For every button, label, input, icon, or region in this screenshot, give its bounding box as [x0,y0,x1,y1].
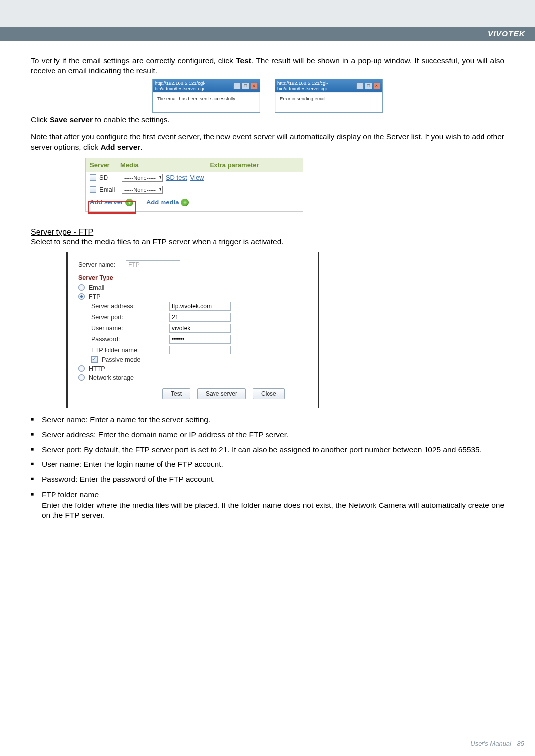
servername-row: Server name: [78,260,308,269]
email-radio-row: Email [78,284,308,291]
note-paragraph: Note that after you configure the first … [31,132,504,151]
intro-paragraph: To verify if the email settings are corr… [31,56,504,76]
plus-icon: + [181,199,189,206]
email-checkbox[interactable] [90,186,96,193]
sd-checkbox[interactable] [90,174,96,181]
http-radio-label: HTTP [89,365,105,372]
th-extra: Extra parameter [170,161,299,169]
passive-label: Passive mode [102,356,141,363]
username-input[interactable] [169,324,231,333]
server-table-head: Server Media Extra parameter [86,158,303,172]
li-serverport: Server port: By default, the FTP server … [31,445,504,454]
li-username: User name: Enter the login name of the F… [31,459,504,469]
minimize-icon[interactable]: _ [233,83,241,89]
ftp-panel: Server name: Server Type Email FTP Serve… [66,252,319,408]
serveraddr-input[interactable] [169,302,231,311]
add-row: Add server + Add media + [86,196,303,211]
popup-success-buttons: _ □ × [233,83,258,89]
netstorage-radio-label: Network storage [89,374,134,381]
sd-label: SD [99,174,119,181]
http-radio-row: HTTP [78,365,308,372]
button-row: Test Save server Close [162,388,308,399]
http-radio[interactable] [78,365,85,372]
add-media-link[interactable]: Add media [146,199,179,206]
page-content: To verify if the email settings are corr… [0,41,535,583]
li-ftpfolder: FTP folder name Enter the folder where t… [31,490,504,520]
brand-text: VIVOTEK [488,29,525,38]
email-radio-label: Email [89,284,104,291]
plus-icon: + [125,199,133,206]
th-media: Media [120,161,170,169]
username-label: User name: [91,325,165,332]
test-word: Test [236,56,251,65]
table-row-sd: SD -----None----- SD test View [86,172,303,184]
ftpfolder-row: FTP folder name: [91,346,308,354]
serveraddr-label: Server address: [91,303,165,310]
password-input[interactable] [169,335,231,344]
ftpfolder-label: FTP folder name: [91,347,165,353]
email-label: Email [99,186,119,193]
add-server-link[interactable]: Add server [90,199,123,206]
ftp-radio-row: FTP [78,293,308,300]
ftpfolder-input[interactable] [169,346,231,354]
popup-success-body: The email has been sent successfully. [153,93,259,112]
netstorage-radio-row: Network storage [78,374,308,381]
server-table: Server Media Extra parameter SD -----Non… [85,158,303,212]
serveraddr-row: Server address: [91,302,308,311]
maximize-icon[interactable]: □ [242,83,249,89]
brand-bar: VIVOTEK [0,27,535,41]
click-save-paragraph: Click Save server to enable the settings… [31,115,504,125]
sd-test-link[interactable]: SD test [166,174,187,181]
th-server: Server [90,161,120,169]
field-descriptions: Server name: Enter a name for the server… [31,415,504,520]
li-serveraddr: Server address: Enter the domain name or… [31,430,504,440]
servertype-title: Server Type [78,274,308,281]
popup-success-title: http://192.168.5.121/cgi-bin/admin/tests… [153,79,260,92]
netstorage-radio[interactable] [78,374,85,381]
view-link[interactable]: View [190,174,204,181]
ftp-radio-label: FTP [89,293,101,300]
ftp-radio[interactable] [78,293,85,300]
popup-success: http://192.168.5.121/cgi-bin/admin/tests… [152,79,260,113]
close-button[interactable]: Close [253,388,285,399]
save-server-button[interactable]: Save server [197,388,246,399]
test-button[interactable]: Test [162,388,190,399]
passive-row: Passive mode [91,356,308,363]
server-type-desc: Select to send the media files to an FTP… [31,237,504,247]
serverport-label: Server port: [91,314,165,321]
popup-error-buttons: _ □ × [356,83,380,89]
top-band: VIVOTEK [0,0,535,41]
save-server-word: Save server [50,115,93,124]
close-icon[interactable]: × [373,83,380,89]
serverport-input[interactable] [169,313,231,322]
li-servername: Server name: Enter a name for the server… [31,415,504,425]
popup-row: http://192.168.5.121/cgi-bin/admin/tests… [31,79,504,113]
add-server-word: Add server [100,143,140,151]
servername-label: Server name: [78,261,122,268]
email-media-select[interactable]: -----None----- [122,186,163,194]
password-row: Password: [91,335,308,344]
popup-error-body: Error in sending email. [276,93,382,112]
add-server-group[interactable]: Add server + [90,199,133,206]
password-label: Password: [91,336,165,343]
li-password: Password: Enter the password of the FTP … [31,474,504,484]
servername-input[interactable] [126,260,180,269]
passive-checkbox[interactable] [91,356,98,363]
popup-success-url: http://192.168.5.121/cgi-bin/admin/tests… [155,80,233,91]
server-type-heading: Server type - FTP [31,228,504,237]
popup-error: http://192.168.5.121/cgi-bin/admin/tests… [275,79,383,113]
footer: User's Manual - 85 [470,740,524,747]
popup-error-title: http://192.168.5.121/cgi-bin/admin/tests… [275,79,382,92]
email-radio[interactable] [78,284,85,291]
maximize-icon[interactable]: □ [365,83,372,89]
table-row-email: Email -----None----- [86,184,303,196]
minimize-icon[interactable]: _ [356,83,364,89]
close-icon[interactable]: × [250,83,258,89]
username-row: User name: [91,324,308,333]
serverport-row: Server port: [91,313,308,322]
popup-error-url: http://192.168.5.121/cgi-bin/admin/tests… [277,80,356,91]
add-media-group[interactable]: Add media + [146,199,189,206]
sd-media-select[interactable]: -----None----- [122,174,163,182]
